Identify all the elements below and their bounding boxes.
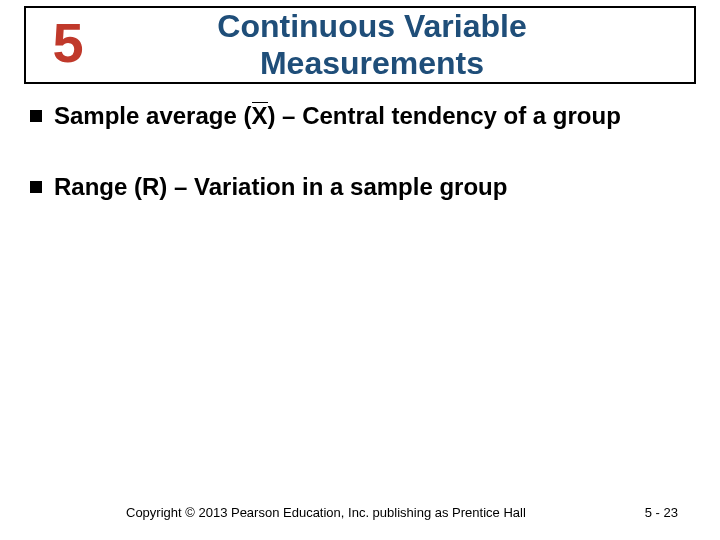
bullet-item-2: Range (R) – Variation in a sample group — [30, 171, 690, 202]
square-bullet-icon — [30, 110, 42, 122]
overline-icon — [252, 102, 268, 103]
content-area: Sample average (X) – Central tendency of… — [30, 100, 690, 242]
copyright-text: Copyright © 2013 Pearson Education, Inc.… — [126, 505, 526, 520]
chapter-number: 5 — [26, 15, 110, 75]
x-bar-letter: X — [251, 102, 267, 129]
square-bullet-icon — [30, 181, 42, 193]
title-line-1: Continuous Variable — [110, 8, 634, 45]
title-header-box: 5 Continuous Variable Measurements — [24, 6, 696, 84]
page-number: 5 - 23 — [645, 505, 678, 520]
bullet-item-1: Sample average (X) – Central tendency of… — [30, 100, 690, 131]
b2-bold: Range (R) — [54, 173, 167, 200]
b2-rest: – Variation in a sample group — [167, 173, 507, 200]
x-bar-symbol: X — [251, 100, 267, 131]
slide-title: Continuous Variable Measurements — [110, 8, 694, 82]
title-line-2: Measurements — [110, 45, 634, 82]
bullet-text-2: Range (R) – Variation in a sample group — [54, 171, 690, 202]
bullet-text-1: Sample average (X) – Central tendency of… — [54, 100, 690, 131]
b1-suffix: ) – Central tendency of a group — [267, 102, 620, 129]
b1-prefix: Sample average ( — [54, 102, 251, 129]
